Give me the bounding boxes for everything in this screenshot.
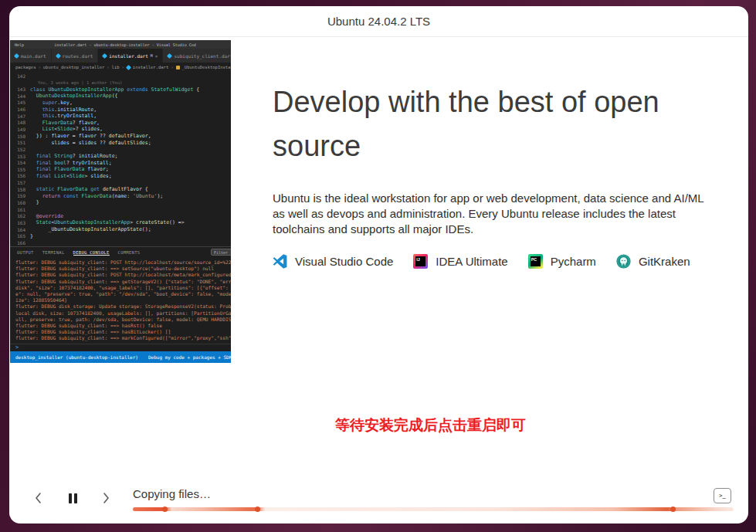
log-line: local disk, size: 107374182400, usageLab… [15, 310, 231, 317]
prev-slide-button[interactable] [31, 490, 46, 506]
vscode-window-title: installer.dart - ubuntu-desktop-installe… [24, 42, 226, 47]
tab-label: subiquity_client.dart [174, 53, 231, 59]
code-token: @override [36, 213, 63, 219]
gitkraken-icon [616, 254, 631, 269]
code-token: final [36, 166, 54, 172]
code-token: 'Ubuntu' [133, 193, 157, 199]
line-number: 164 [10, 227, 30, 232]
code-token: ); [157, 193, 163, 199]
code-token: , [148, 133, 151, 139]
code-line: 165} [10, 232, 231, 239]
breadcrumb-item: packages [15, 65, 36, 69]
pause-slides-button[interactable] [65, 490, 80, 506]
code-token: FlavorData [57, 186, 90, 192]
code-token: ?? [97, 133, 109, 139]
code-token: flavor [51, 133, 69, 139]
dart-file-icon [102, 53, 107, 58]
code-token: (); [142, 226, 151, 232]
code-token: extends [127, 86, 151, 93]
code-token: flavor [79, 133, 97, 139]
line-number: 152 [10, 147, 30, 152]
panel-tab: COMMENTS [118, 250, 141, 255]
code-token: , [69, 100, 73, 106]
code-token: } [30, 199, 39, 205]
code-token: final [36, 160, 54, 166]
code-token [30, 100, 42, 106]
code-line: 166 [10, 239, 231, 246]
code-token: defaultSlides [109, 140, 148, 146]
code-token: final [36, 173, 54, 179]
tab-label: routes.dart [63, 53, 93, 59]
code-token: get [90, 186, 103, 192]
breadcrumb-item: lib [112, 65, 120, 69]
chevron-left-icon [33, 492, 44, 504]
install-status-text: Copying files… [133, 487, 211, 500]
code-token: tryOrInstall [57, 113, 93, 119]
ide-app-item: GitKraken [616, 254, 690, 269]
code-token: String [54, 153, 72, 159]
ide-app-label: Visual Studio Code [295, 255, 393, 268]
code-line: 164 _UbuntuDesktopInstallerAppState(); [10, 226, 231, 233]
code-token: , [97, 120, 100, 126]
panel-tab: TERMINAL [42, 250, 65, 255]
code-token: flavor [87, 166, 105, 172]
vscode-titlebar: Help installer.dart - ubuntu-desktop-ins… [10, 40, 231, 49]
log-line: flutter: DEBUG subiquity_client: ==> has… [15, 323, 231, 329]
panel-tab: DEBUG CONSOLE [73, 250, 110, 256]
code-token [30, 126, 42, 132]
breadcrumb-item: ubuntu_desktop_installer [43, 65, 104, 69]
code-token: ({ [112, 93, 118, 99]
line-number: 149 [10, 127, 30, 132]
code-token [30, 140, 51, 146]
symbol-icon [176, 66, 180, 69]
code-token: , [93, 107, 97, 113]
log-line: ull, preserve: true, path: /dev/sda, boo… [15, 317, 231, 323]
panel-tab: OUTPUT [17, 250, 34, 255]
code-line: 143class UbuntuDesktopInstallerApp exten… [10, 86, 231, 93]
code-token: _UbuntuDesktopInstallerAppState [48, 226, 141, 232]
code-token [30, 193, 42, 199]
code-token: slides [82, 126, 100, 132]
code-token [30, 213, 36, 219]
chevron-right-icon [100, 492, 111, 504]
code-token: Slide [69, 173, 85, 179]
terminal-toggle-button[interactable]: >_ [714, 488, 731, 503]
code-line: 158 static FlavorData get defaultFlavor … [10, 186, 231, 193]
vscode-editor-tab: main.dart [10, 49, 52, 63]
code-line: 157 [10, 179, 231, 186]
code-token: class [30, 86, 48, 93]
line-number: 143 [10, 86, 30, 92]
code-token [30, 219, 36, 225]
line-number: 151 [10, 140, 30, 145]
log-line: e": null, "preserve": true, "path": "/de… [15, 291, 231, 297]
vscode-editor-tab: subiquity_client.dart [163, 49, 231, 63]
line-number: 147 [10, 114, 30, 119]
slide-body-text: Ubuntu is the ideal workstation for app … [273, 191, 719, 237]
line-number: 162 [10, 213, 30, 219]
code-token: ; [115, 153, 118, 159]
vscode-breadcrumb: packages›ubuntu_desktop_installer›lib›in… [10, 63, 231, 72]
code-token: , [93, 113, 97, 119]
code-token: Slide [57, 126, 73, 132]
ide-app-item: PCPycharm [528, 254, 596, 269]
code-token: = [69, 140, 79, 146]
code-token [30, 113, 42, 119]
code-token: ? [73, 120, 79, 126]
code-line: You, 3 weeks ago | 1 author (You) [10, 80, 231, 86]
code-token: : [127, 193, 133, 199]
code-token [30, 153, 36, 159]
code-token: flavor [79, 120, 97, 126]
code-token [30, 173, 36, 179]
next-slide-button[interactable] [98, 490, 114, 506]
code-line: 142 [10, 73, 231, 80]
ide-apps-row: Visual Studio CodeIJIDEA UltimatePCPycha… [273, 254, 736, 269]
vscode-status-project: desktop_installer (ubuntu-desktop-instal… [15, 354, 138, 360]
code-token: List [54, 173, 66, 179]
close-icon: × [155, 53, 158, 59]
vscode-code-editor: 142You, 3 weeks ago | 1 author (You)143c… [10, 72, 231, 246]
log-line: flutter: DEBUG subiquity_client: POST ht… [15, 259, 231, 266]
progress-dot [255, 507, 260, 512]
vscode-tab-bar: main.dartroutes.dartinstaller.dartM×subi… [10, 49, 231, 63]
code-token [30, 226, 48, 232]
vscode-filter-input: Filter [211, 249, 231, 256]
